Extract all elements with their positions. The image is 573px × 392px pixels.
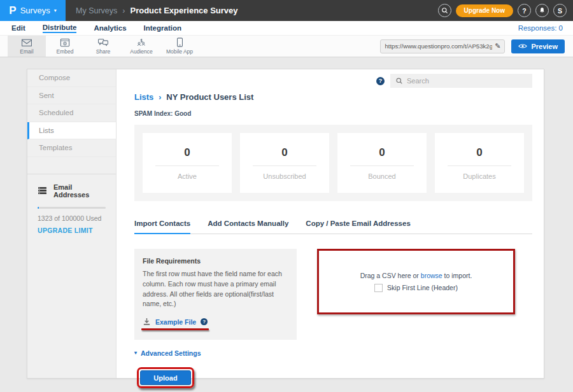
embed-icon (59, 38, 71, 47)
upload-button[interactable]: Upload (140, 370, 191, 385)
nav-item-edit[interactable]: Edit (11, 24, 25, 32)
sidebar-item-compose[interactable]: Compose (27, 69, 116, 87)
chevron-down-icon: ▾ (54, 8, 57, 13)
tab-copy-paste-email-addresses[interactable]: Copy / Paste Email Addresses (306, 220, 410, 234)
eye-icon (518, 43, 527, 49)
download-icon (143, 318, 151, 326)
breadcrumb-current: Product Experience Survey (130, 6, 237, 15)
chevron-down-icon: ▾ (134, 351, 137, 356)
sidebar-item-templates[interactable]: Templates (27, 139, 116, 157)
mobile-phone-icon (176, 38, 183, 47)
nav-item-distribute[interactable]: Distribute (43, 24, 77, 33)
breadcrumb-separator-icon: › (159, 93, 161, 102)
dropzone-text-before: Drag a CSV here or (360, 272, 421, 279)
dropzone-text-after: to import. (442, 272, 472, 279)
bell-icon (539, 7, 546, 14)
example-file-help-icon[interactable]: ? (201, 318, 208, 325)
stat-divider (253, 165, 317, 166)
spam-index: SPAM Index: Good (134, 110, 532, 117)
channel-audience-label: Audience (130, 48, 152, 55)
contacts-tabs: Import Contacts Add Contacts Manually Co… (134, 220, 532, 234)
stat-label: Active (178, 172, 197, 180)
distribute-toolbar: Email Embed Share Audience Mobile App ✎ (0, 35, 573, 57)
skip-first-line-row: Skip First Line (Header) (374, 284, 458, 292)
annotation-underline (141, 328, 209, 330)
stat-label: Duplicates (463, 172, 495, 180)
stat-value: 0 (184, 146, 190, 159)
nav-item-integration[interactable]: Integration (144, 24, 181, 32)
csv-dropzone[interactable]: Drag a CSV here or browse to import. Ski… (317, 249, 515, 314)
stat-card-active: 0 Active (143, 133, 232, 193)
email-sidebar: Compose Sent Scheduled Lists Templates E… (27, 69, 117, 378)
stat-card-duplicates: 0 Duplicates (435, 133, 524, 193)
audience-icon (136, 38, 147, 47)
channel-share[interactable]: Share (84, 36, 122, 57)
notifications-button[interactable] (535, 4, 549, 17)
stat-value: 0 (476, 146, 482, 159)
avatar[interactable]: S (553, 4, 567, 17)
breadcrumb-parent[interactable]: My Surveys (76, 6, 117, 15)
channel-embed[interactable]: Embed (46, 36, 84, 57)
product-switcher[interactable]: P Surveys ▾ (0, 0, 66, 21)
skip-first-line-checkbox[interactable] (374, 284, 383, 292)
stat-label: Unsubscribed (263, 172, 306, 180)
stat-card-bounced: 0 Bounced (337, 133, 427, 193)
search-row: ? (134, 74, 532, 88)
list-stats: 0 Active 0 Unsubscribed 0 Bounced 0 Dupl… (134, 125, 532, 201)
email-usage-bar (38, 207, 106, 209)
stat-value: 0 (281, 146, 287, 159)
questionpro-logo: P (9, 4, 16, 17)
dropzone-text: Drag a CSV here or browse to import. (360, 272, 472, 279)
channel-email-label: Email (20, 48, 33, 55)
toolbar-right: ✎ Preview (380, 36, 573, 57)
survey-nav: Edit Distribute Analytics Integration Re… (0, 21, 573, 35)
share-icon (97, 38, 109, 47)
stat-card-unsubscribed: 0 Unsubscribed (240, 133, 329, 193)
file-requirements-title: File Requirements (143, 257, 288, 265)
stat-divider (448, 165, 512, 166)
sidebar-item-lists[interactable]: Lists (27, 122, 116, 140)
sidebar-item-sent[interactable]: Sent (27, 87, 116, 105)
channel-mobile-app-label: Mobile App (166, 48, 193, 55)
annotation-box: Upload (137, 367, 194, 388)
stat-label: Bounced (368, 172, 395, 180)
upgrade-now-button[interactable]: Upgrade Now (456, 4, 513, 17)
search-input[interactable] (407, 77, 527, 85)
tab-import-contacts[interactable]: Import Contacts (134, 220, 190, 234)
help-button[interactable]: ? (518, 4, 531, 17)
advanced-settings-label: Advanced Settings (141, 349, 201, 357)
preview-button[interactable]: Preview (511, 39, 565, 53)
responses-count[interactable]: Responses: 0 (518, 24, 573, 32)
channel-audience[interactable]: Audience (122, 36, 160, 57)
channel-email[interactable]: Email (8, 36, 46, 57)
breadcrumb-separator-icon: › (122, 6, 125, 15)
list-breadcrumb-current: NY Product Users List (166, 92, 253, 102)
top-bar: P Surveys ▾ My Surveys › Product Experie… (0, 0, 573, 21)
channel-mobile-app[interactable]: Mobile App (160, 36, 199, 57)
example-file-link[interactable]: Example File ? (143, 318, 208, 330)
tab-add-contacts-manually[interactable]: Add Contacts Manually (208, 220, 288, 234)
email-usage-text: 1323 of 100000 Used (38, 214, 106, 222)
edit-url-icon[interactable]: ✎ (495, 42, 500, 50)
stat-divider (155, 165, 220, 166)
list-breadcrumb-parent[interactable]: Lists (134, 92, 153, 102)
channel-embed-label: Embed (57, 48, 74, 55)
topbar-actions: Upgrade Now ? S (438, 4, 573, 17)
sidebar-item-scheduled[interactable]: Scheduled (27, 104, 116, 122)
browse-link[interactable]: browse (421, 272, 442, 279)
search-button[interactable] (438, 4, 451, 17)
product-label: Surveys (20, 6, 50, 15)
upgrade-limit-link[interactable]: UPGRADE LIMIT (38, 227, 106, 234)
nav-item-analytics[interactable]: Analytics (94, 24, 126, 32)
stat-value: 0 (379, 146, 385, 159)
import-contacts-pane: File Requirements The first row must hav… (134, 249, 532, 340)
email-usage-fill (38, 207, 39, 209)
example-file-label: Example File (155, 318, 196, 326)
help-icon[interactable]: ? (376, 77, 385, 85)
channel-share-label: Share (96, 48, 111, 55)
advanced-settings-toggle[interactable]: ▾ Advanced Settings (134, 349, 201, 357)
breadcrumb: My Surveys › Product Experience Survey (76, 6, 238, 15)
search-box (390, 74, 532, 88)
survey-url-input[interactable] (385, 43, 492, 50)
lists-panel: Compose Sent Scheduled Lists Templates E… (27, 69, 544, 379)
